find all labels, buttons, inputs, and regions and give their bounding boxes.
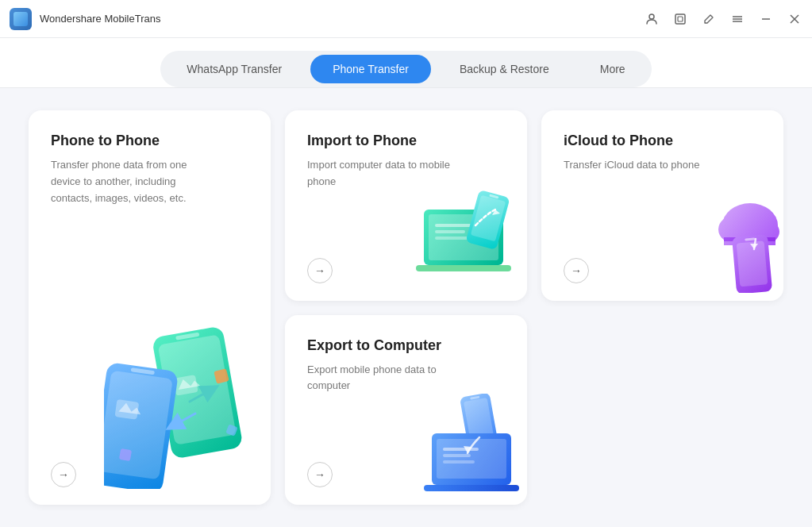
card-icloud-desc: Transfer iCloud data to phone — [564, 157, 722, 174]
import-illustration — [416, 190, 519, 285]
card-import-arrow[interactable]: → — [307, 258, 333, 283]
svg-rect-45 — [437, 439, 506, 479]
svg-point-0 — [649, 14, 654, 19]
tab-whatsapp[interactable]: WhatsApp Transfer — [164, 55, 304, 83]
window-controls — [644, 11, 802, 27]
card-icloud-arrow[interactable]: → — [564, 258, 589, 283]
titlebar: Wondershare MobileTrans — [0, 0, 812, 38]
user-icon[interactable] — [644, 11, 660, 27]
card-export-to-computer: Export to Computer Export mobile phone d… — [285, 315, 527, 506]
main-content: Phone to Phone Transfer phone data from … — [0, 88, 812, 527]
card-icloud-title: iCloud to Phone — [564, 133, 761, 149]
card-export-arrow[interactable]: → — [307, 462, 333, 487]
svg-rect-2 — [678, 17, 683, 21]
svg-rect-24 — [416, 265, 511, 271]
phone-transfer-illustration — [104, 322, 255, 473]
svg-rect-20 — [119, 448, 132, 461]
tab-more[interactable]: More — [578, 55, 648, 83]
card-phone-to-phone-desc: Transfer phone data from one device to a… — [51, 157, 210, 206]
svg-rect-38 — [737, 240, 768, 287]
tab-backup[interactable]: Backup & Restore — [437, 55, 571, 83]
window-icon[interactable] — [672, 11, 688, 27]
card-phone-to-phone-title: Phone to Phone — [51, 133, 248, 149]
card-phone-to-phone: Phone to Phone Transfer phone data from … — [29, 110, 271, 505]
card-export-title: Export to Computer — [307, 337, 505, 354]
edit-icon[interactable] — [701, 11, 717, 27]
navigation: WhatsApp Transfer Phone Transfer Backup … — [0, 38, 812, 88]
icloud-illustration — [672, 190, 775, 285]
menu-icon[interactable] — [729, 11, 745, 27]
export-illustration — [416, 394, 519, 489]
logo-inner — [13, 12, 28, 26]
close-button[interactable] — [787, 11, 802, 27]
card-export-desc: Export mobile phone data to computer — [307, 362, 466, 395]
svg-rect-27 — [435, 237, 470, 240]
card-import-to-phone: Import to Phone Import computer data to … — [285, 110, 527, 301]
svg-rect-47 — [443, 448, 479, 451]
card-icloud-to-phone: iCloud to Phone Transfer iCloud data to … — [541, 110, 783, 301]
svg-rect-49 — [443, 460, 475, 464]
card-import-title: Import to Phone — [307, 133, 505, 149]
svg-rect-25 — [435, 224, 475, 227]
tab-phone[interactable]: Phone Transfer — [310, 55, 431, 83]
app-logo — [10, 8, 32, 30]
svg-rect-1 — [675, 14, 685, 24]
svg-rect-48 — [443, 454, 471, 457]
minimize-button[interactable] — [758, 11, 774, 27]
app-title: Wondershare MobileTrans — [40, 13, 644, 25]
card-import-desc: Import computer data to mobile phone — [307, 157, 466, 190]
card-phone-to-phone-arrow[interactable]: → — [51, 462, 76, 487]
svg-rect-26 — [435, 230, 465, 233]
nav-tabs: WhatsApp Transfer Phone Transfer Backup … — [160, 51, 651, 87]
svg-rect-46 — [424, 485, 519, 491]
